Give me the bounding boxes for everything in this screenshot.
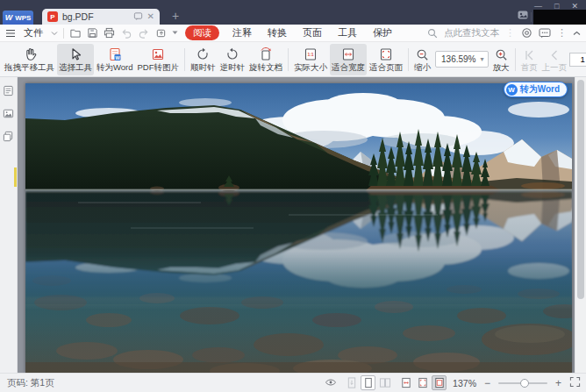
lake-photo (25, 83, 572, 373)
pdf-file-icon: P (47, 11, 58, 22)
view-mode-group (344, 375, 392, 390)
prev-page-button[interactable]: 上一页 (540, 44, 569, 75)
wps-pdf-window: W WPS P bg.PDF ✕ + — □ ✕ 文件 (0, 0, 586, 392)
image-panel-icon[interactable] (3, 108, 14, 121)
vertical-scrollbar[interactable] (575, 77, 586, 373)
word-badge-icon: W (506, 84, 518, 96)
convert-to-word-button[interactable]: W 转为Word (95, 44, 135, 75)
prev-page-label: 上一页 (542, 62, 568, 73)
zoom-minus-button[interactable]: − (482, 377, 492, 389)
tab-close-icon[interactable]: ✕ (147, 12, 154, 21)
page-number-group: /1页 (569, 49, 586, 70)
toolbar-divider (515, 48, 516, 71)
wps-logo-button[interactable]: W WPS (3, 11, 33, 25)
menu-protect[interactable]: 保护 (370, 26, 395, 39)
rotate-cw-icon (195, 46, 211, 62)
statusbar-right: 137% − + (324, 375, 581, 390)
fullscreen-icon[interactable] (569, 376, 581, 389)
floating-convert-label: 转为Word (520, 83, 560, 96)
menu-annotate[interactable]: 注释 (230, 26, 254, 39)
svg-text:1:1: 1:1 (307, 52, 313, 57)
toolbar-divider (408, 48, 409, 71)
pan-tool-button[interactable]: 拖拽平移工具 (3, 44, 56, 75)
zoom-in-label: 放大 (493, 62, 510, 73)
prev-page-icon (547, 46, 561, 62)
status-fit-width-icon[interactable] (398, 375, 413, 390)
search-input[interactable]: 点此查找文本 (444, 27, 499, 39)
single-page-view-icon[interactable] (361, 375, 375, 390)
thumbnail-panel-icon[interactable] (3, 85, 14, 98)
rotate-clockwise-button[interactable]: 顺时针 (189, 44, 218, 75)
feedback-bubble-icon[interactable] (539, 28, 551, 39)
zoom-slider-handle[interactable] (520, 379, 529, 388)
double-page-view-icon[interactable] (377, 375, 392, 390)
first-page-button[interactable]: 首页 (519, 44, 540, 75)
zoom-plus-button[interactable]: + (554, 377, 563, 389)
menubar-right: 点此查找文本 ⋮ ⋮ (427, 27, 581, 39)
avatar-icon[interactable] (518, 10, 528, 22)
menu-file[interactable]: 文件 (21, 26, 46, 39)
open-folder-icon[interactable] (69, 27, 82, 39)
status-fit-screen-icon[interactable] (432, 375, 447, 390)
titlebar: W WPS P bg.PDF ✕ + — □ ✕ (0, 0, 586, 25)
fit-mode-group (398, 375, 447, 390)
scroll-view-icon[interactable] (344, 375, 359, 390)
rotate-ccw-icon (225, 46, 240, 62)
status-zoom-value[interactable]: 137% (453, 378, 476, 388)
statusbar: 页码: 第1页 (0, 373, 586, 392)
menu-read-active[interactable]: 阅读 (185, 25, 219, 40)
document-tab[interactable]: P bg.PDF ✕ (42, 9, 160, 25)
zoom-in-icon (494, 46, 509, 62)
document-workspace: W 转为Word (0, 77, 586, 373)
restore-document-icon[interactable] (155, 27, 167, 39)
rotate-doc-icon (258, 46, 274, 62)
hamburger-icon[interactable] (5, 29, 16, 38)
menu-convert[interactable]: 转换 (265, 26, 289, 39)
pdf-to-image-button[interactable]: PDF转图片 (136, 44, 182, 75)
zoom-slider[interactable] (498, 378, 547, 388)
toolbar-options-caret-icon[interactable] (172, 31, 178, 35)
select-tool-button[interactable]: 选择工具 (57, 44, 94, 75)
pdf-page[interactable] (25, 83, 572, 373)
zoom-out-label: 缩小 (414, 62, 431, 73)
more-options-icon[interactable]: ⋮ (557, 27, 567, 39)
rail-highlight-marker (14, 167, 17, 187)
page-info-label: 页码: 第1页 (7, 377, 54, 389)
scrollbar-thumb[interactable] (577, 80, 584, 299)
collapse-toolbar-icon[interactable] (573, 31, 581, 36)
actual-size-button[interactable]: 1:1 实际大小 (292, 44, 329, 75)
toolbar-divider (184, 48, 185, 71)
menu-page[interactable]: 页面 (300, 26, 325, 39)
fit-width-button[interactable]: 适合宽度 (330, 44, 367, 75)
first-page-icon (522, 46, 536, 62)
page-number-input[interactable] (569, 53, 586, 67)
menubar: 文件 阅读 注释 转换 页面 工具 保护 (0, 25, 586, 42)
image-icon (150, 46, 166, 62)
new-tab-button[interactable]: + (168, 9, 182, 23)
zoom-level-combobox[interactable]: 136.59% ▾ (435, 51, 489, 68)
chevron-down-icon[interactable] (51, 31, 58, 36)
status-fit-page-icon[interactable] (415, 375, 430, 390)
wps-logo-label: WPS (15, 14, 31, 22)
account-area[interactable] (533, 10, 586, 25)
print-icon[interactable] (104, 27, 115, 39)
fit-width-label: 适合宽度 (332, 62, 365, 73)
undo-icon[interactable] (120, 27, 132, 39)
zoom-out-icon (415, 46, 430, 62)
actual-size-label: 实际大小 (294, 62, 327, 73)
search-icon[interactable] (427, 28, 438, 39)
tab-comment-icon[interactable] (133, 11, 143, 23)
eye-protection-icon[interactable] (324, 376, 338, 390)
first-page-label: 首页 (521, 62, 538, 73)
rotate-counterclockwise-button[interactable]: 逆时针 (218, 44, 247, 75)
clipboard-panel-icon[interactable] (3, 131, 14, 144)
rotate-document-button[interactable]: 旋转文档 (247, 44, 284, 75)
zoom-out-button[interactable]: 缩小 (412, 44, 432, 75)
floating-convert-to-word-button[interactable]: W 转为Word (504, 82, 568, 97)
fit-page-button[interactable]: 适合页面 (368, 44, 404, 75)
save-icon[interactable] (87, 27, 98, 39)
menu-tools[interactable]: 工具 (335, 26, 360, 39)
zoom-in-button[interactable]: 放大 (491, 44, 511, 75)
redo-icon[interactable] (138, 27, 150, 39)
settings-gear-icon[interactable] (521, 27, 532, 39)
